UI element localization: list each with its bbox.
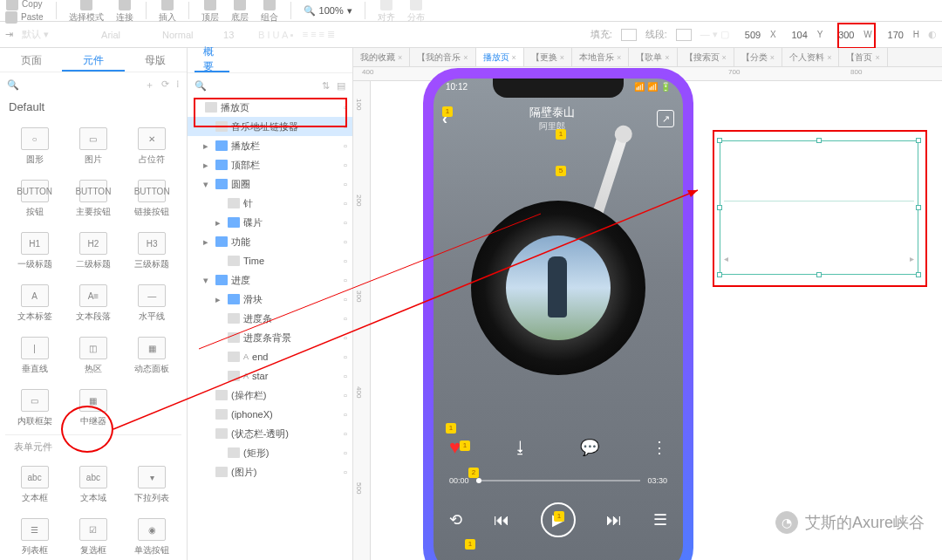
tab-masters[interactable]: 母版	[125, 48, 187, 72]
top-layer-button[interactable]: 顶层	[201, 0, 219, 24]
search-icon[interactable]: 🔍	[7, 79, 19, 91]
widget-item[interactable]: ▭图片	[64, 120, 122, 173]
outline-node[interactable]: 进度条▫	[188, 309, 352, 328]
widget-item[interactable]: ▾下拉列表	[123, 459, 181, 511]
widget-item[interactable]: BUTTON按钮	[5, 173, 64, 225]
group-button[interactable]: 组合	[261, 0, 278, 24]
position-x[interactable]: X	[738, 29, 776, 41]
outline-node[interactable]: 进度条背景▫	[188, 328, 352, 347]
comment-icon[interactable]: 💬	[580, 438, 599, 457]
distribute-button[interactable]: 分布	[407, 0, 425, 24]
zoom-control[interactable]: 🔍100%▾	[304, 5, 352, 17]
text-color-icon[interactable]: 默认 ▾	[22, 28, 49, 41]
filter-icon[interactable]: ▤	[337, 80, 345, 92]
font-select[interactable]	[101, 30, 154, 40]
canvas-tab[interactable]: 【分类×	[734, 48, 782, 66]
outline-node[interactable]: (状态栏-透明)▫	[188, 424, 352, 443]
outline-node[interactable]: (操作栏)▫	[188, 386, 352, 405]
canvas-tab[interactable]: 【搜索页×	[678, 48, 734, 66]
outline-node[interactable]: ▸滑块▫	[188, 290, 352, 309]
bottom-layer-button[interactable]: 底层	[231, 0, 249, 24]
canvas-tab[interactable]: 个人资料×	[782, 48, 839, 66]
fill-swatch[interactable]	[621, 29, 637, 41]
widget-item[interactable]: A文本标签	[5, 277, 64, 330]
paste-icon[interactable]	[5, 11, 17, 24]
copy-icon[interactable]	[6, 0, 18, 10]
next-icon[interactable]: ⏭	[606, 511, 622, 529]
add-library-icon[interactable]: ＋	[145, 79, 154, 92]
widget-item[interactable]: H2二级标题	[64, 225, 122, 277]
widget-item[interactable]: H1一级标题	[5, 225, 64, 277]
progress-bar[interactable]	[476, 480, 641, 481]
outline-node[interactable]: ▸播放栏▫	[188, 136, 352, 155]
connect-button[interactable]: 连接	[116, 0, 133, 24]
share-icon[interactable]: ↗	[657, 110, 674, 127]
size-h[interactable]: H	[881, 29, 919, 41]
outline-node[interactable]: ▸碟片▫	[188, 213, 352, 232]
outline-node[interactable]: ▾圆圈▫	[188, 174, 352, 194]
canvas-tab[interactable]: 【更换×	[524, 48, 572, 66]
download-icon[interactable]: ⭳	[513, 439, 529, 457]
sort-icon[interactable]: ⇅	[322, 80, 330, 92]
widget-item[interactable]: ▦动态面板	[123, 330, 181, 382]
playlist-icon[interactable]: ☰	[653, 510, 667, 529]
search-icon[interactable]: 🔍	[195, 80, 207, 92]
canvas-tab[interactable]: 我的收藏×	[353, 48, 410, 66]
widget-item[interactable]: ☑复选框	[64, 511, 122, 560]
widget-item[interactable]: abc文本域	[64, 459, 122, 511]
prev-icon[interactable]: ⏮	[494, 511, 509, 529]
canvas-stage[interactable]: 10:12 📶📶🔋 ‹ 隔壁泰山 阿里郎 ↗	[371, 81, 942, 560]
canvas-tab[interactable]: 【我的音乐×	[410, 48, 475, 66]
outline-node[interactable]: (iphoneX)▫	[188, 405, 352, 424]
widget-item[interactable]: ▭内联框架	[5, 382, 64, 434]
outline-node[interactable]: ▾进度▫	[188, 270, 352, 290]
outline-node[interactable]: (矩形)▫	[188, 443, 352, 462]
outline-node[interactable]: Astar▫	[188, 366, 352, 386]
size-w[interactable]: W	[831, 29, 871, 41]
tab-pages[interactable]: 页面	[0, 48, 62, 72]
visibility-icon[interactable]: ◐	[928, 29, 937, 40]
widget-item[interactable]: BUTTON主要按钮	[64, 173, 122, 225]
widget-item[interactable]	[123, 382, 181, 434]
tab-outline[interactable]: 概要	[195, 48, 229, 72]
widget-item[interactable]: A≡文本段落	[64, 277, 122, 330]
selection-box[interactable]: ◂▸	[720, 140, 918, 275]
outline-node[interactable]: 播放页▫	[188, 98, 352, 117]
select-mode-button[interactable]: 选择模式	[69, 0, 104, 24]
position-y[interactable]: Y	[785, 29, 823, 41]
widget-item[interactable]: H3三级标题	[123, 225, 181, 277]
widget-item[interactable]: ◫热区	[64, 330, 122, 382]
widget-item[interactable]: —水平线	[123, 277, 181, 330]
widget-item[interactable]: ✕占位符	[123, 120, 181, 173]
canvas-tab[interactable]: 播放页×	[476, 48, 524, 66]
more-icon[interactable]: ⁞	[176, 79, 180, 92]
font-style-select[interactable]	[162, 30, 215, 40]
stroke-swatch[interactable]	[676, 29, 692, 41]
tab-widgets[interactable]: 元件	[62, 48, 124, 72]
widget-item[interactable]: abc文本框	[5, 459, 64, 511]
outline-node[interactable]: (图片)▫	[188, 462, 352, 481]
widget-item[interactable]: ◉单选按钮	[123, 511, 181, 560]
align-button[interactable]: 对齐	[378, 0, 395, 24]
outline-node[interactable]: 针▫	[188, 194, 352, 213]
indent-icon[interactable]: ⇥	[5, 29, 13, 40]
canvas-tab[interactable]: 【歌单×	[629, 48, 677, 66]
outline-node[interactable]: Aend▫	[188, 347, 352, 366]
more-icon[interactable]: ⋮	[652, 438, 667, 457]
library-name[interactable]: Default	[0, 97, 187, 117]
outline-node[interactable]: ▸顶部栏▫	[188, 155, 352, 174]
outline-node[interactable]: Time▫	[188, 251, 352, 270]
widget-item[interactable]: ▦中继器	[64, 382, 122, 434]
widget-item[interactable]: ○圆形	[5, 120, 64, 173]
outline-node[interactable]: ▸功能▫	[188, 232, 352, 251]
outline-node[interactable]: 音乐地址链接器▫	[188, 117, 352, 136]
widget-item[interactable]: ☰列表框	[5, 511, 64, 560]
insert-button[interactable]: 插入	[159, 0, 176, 24]
font-size-input[interactable]	[223, 30, 249, 40]
widget-item[interactable]: |垂直线	[5, 330, 64, 382]
canvas-tab[interactable]: 【首页×	[839, 48, 887, 66]
outline-tree[interactable]: 播放页▫音乐地址链接器▫▸播放栏▫▸顶部栏▫▾圆圈▫针▫▸碟片▫▸功能▫Time…	[188, 98, 352, 560]
canvas-tab[interactable]: 本地音乐×	[572, 48, 629, 66]
loop-icon[interactable]: ⟲	[449, 510, 462, 529]
options-icon[interactable]: ⟳	[161, 79, 169, 92]
